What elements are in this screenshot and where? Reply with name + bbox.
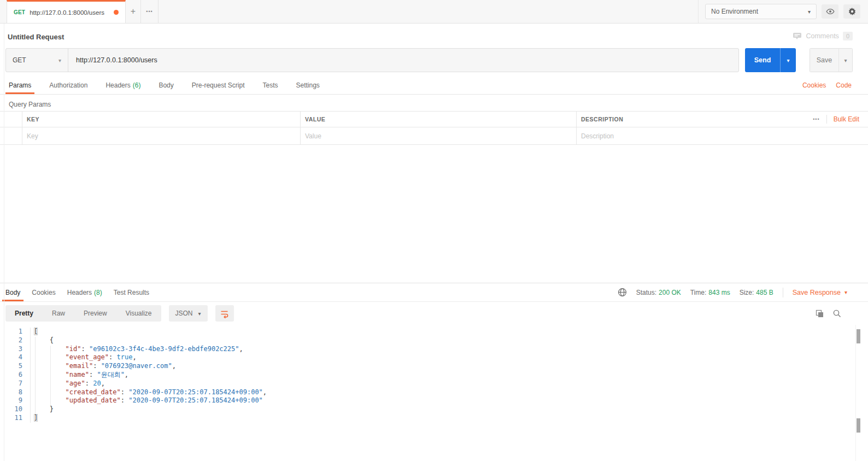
view-mode-visualize[interactable]: Visualize [116,305,161,322]
tab-label: Body [159,81,173,89]
query-params-header-row: KEY VALUE DESCRIPTION ••• Bulk Edit [0,111,868,127]
scrollbar-track [855,325,856,461]
value-cell [300,127,576,144]
new-tab-button[interactable]: + [126,0,141,23]
send-options-button[interactable]: ▾ [780,48,796,72]
tab-label: Cookies [32,289,55,296]
description-input[interactable] [581,132,849,140]
method-selector[interactable]: GET ▾ [6,49,68,72]
tab-label: Params [9,81,31,89]
tab-label: Headers [105,81,130,89]
scrollbar-thumb[interactable] [857,418,860,433]
tab-method-label: GET [14,9,25,15]
environment-controls: No Environment ▾ [698,0,868,23]
window-left-edge [4,24,4,461]
save-response-button[interactable]: Save Response ▾ [793,289,847,296]
request-tabs: Params Authorization Headers(6) Body Pre… [0,77,868,95]
view-mode-preview[interactable]: Preview [74,305,116,322]
size-value: 485 B [756,289,773,296]
tab-tests[interactable]: Tests [262,77,278,94]
comments-button[interactable]: Comments 0 [793,32,860,40]
tab-params[interactable]: Params [9,77,31,94]
request-url-row: GET ▾ Send ▾ Save ▾ [5,48,853,72]
format-label: JSON [175,310,193,317]
row-actions [854,127,868,144]
wrap-lines-button[interactable] [215,305,234,322]
environment-settings-button[interactable] [843,4,860,19]
gear-icon [848,7,857,16]
tab-pre-request-script[interactable]: Pre-request Script [192,77,245,94]
description-cell [576,127,854,144]
tab-settings[interactable]: Settings [296,77,320,94]
query-params-row [0,127,868,145]
postman-app: GET http://127.0.0.1:8000/users + ••• No… [0,0,868,461]
environment-selector[interactable]: No Environment ▾ [705,4,817,19]
status-pair: Status: 200 OK [636,289,681,296]
tabstrip-spacer [159,0,698,23]
time-pair: Time: 843 ms [690,289,730,296]
tab-label: Pre-request Script [192,81,245,89]
time-label: Time: [690,289,707,296]
tab-label: Authorization [49,81,87,89]
response-tab-test-results[interactable]: Test Results [114,283,149,301]
tab-url-label: http://127.0.0.1:8000/users [30,9,109,16]
tab-body[interactable]: Body [159,77,173,94]
column-value: VALUE [300,112,576,127]
code-link[interactable]: Code [836,81,852,89]
request-title-row: Untitled Request Comments 0 [0,24,868,48]
status-label: Status: [636,289,656,296]
query-params-actions: ••• Bulk Edit [807,112,868,127]
row-handle-cell [0,127,22,144]
tab-label: Settings [296,81,320,89]
size-label: Size: [740,289,754,296]
tab-options-button[interactable]: ••• [141,0,159,23]
response-tab-body[interactable]: Body [5,283,20,301]
query-params-table: KEY VALUE DESCRIPTION ••• Bulk Edit [0,111,868,145]
request-title: Untitled Request [8,31,64,41]
unsaved-changes-dot-icon [114,10,119,15]
chevron-down-icon: ▾ [58,57,61,63]
request-body-empty-area [0,145,868,283]
status-value: 200 OK [659,289,681,296]
save-response-label: Save Response [793,289,841,296]
url-input[interactable] [68,49,738,72]
search-response-button[interactable] [832,309,842,318]
request-right-links: Cookies Code [802,77,859,94]
wrap-lines-icon [220,309,229,318]
scrollbar-thumb[interactable] [857,329,860,343]
params-options-button[interactable]: ••• [813,116,819,122]
open-request-tab[interactable]: GET http://127.0.0.1:8000/users [7,0,126,23]
cookies-link[interactable]: Cookies [802,81,826,89]
format-selector[interactable]: JSON ▾ [169,305,208,322]
eye-icon [826,7,835,16]
environment-quick-look-button[interactable] [822,4,838,19]
key-cell [22,127,300,144]
divider [783,288,783,297]
request-tab-strip: GET http://127.0.0.1:8000/users + ••• No… [0,0,868,24]
chevron-down-icon: ▾ [198,311,201,317]
bulk-edit-link[interactable]: Bulk Edit [834,115,859,123]
send-button[interactable]: Send [745,48,780,72]
save-options-button[interactable]: ▾ [838,48,853,72]
comment-icon [793,32,802,40]
copy-response-button[interactable] [815,309,824,318]
headers-count: (8) [94,289,102,296]
response-toolbar: Pretty Raw Preview Visualize JSON ▾ [0,302,868,325]
tab-label: Test Results [114,289,149,296]
save-button[interactable]: Save [810,48,838,72]
url-box: GET ▾ [5,48,739,72]
response-tab-cookies[interactable]: Cookies [32,283,55,301]
response-tabs: Body Cookies Headers(8) Test Results Sta… [0,283,868,302]
tab-label: Headers [67,289,92,296]
network-info-button[interactable] [618,288,627,297]
view-mode-raw[interactable]: Raw [43,305,74,322]
tab-headers[interactable]: Headers(6) [105,77,140,94]
column-key: KEY [22,112,300,127]
tab-authorization[interactable]: Authorization [49,77,87,94]
indent-guide [35,337,36,414]
view-mode-pretty[interactable]: Pretty [5,305,43,322]
value-input[interactable] [305,132,572,140]
key-input[interactable] [27,132,296,140]
response-tab-headers[interactable]: Headers(8) [67,283,102,301]
response-body-viewer[interactable]: 1[2{3"id": "e96102c3-3f4c-4be3-9df2-ebdf… [0,325,868,461]
